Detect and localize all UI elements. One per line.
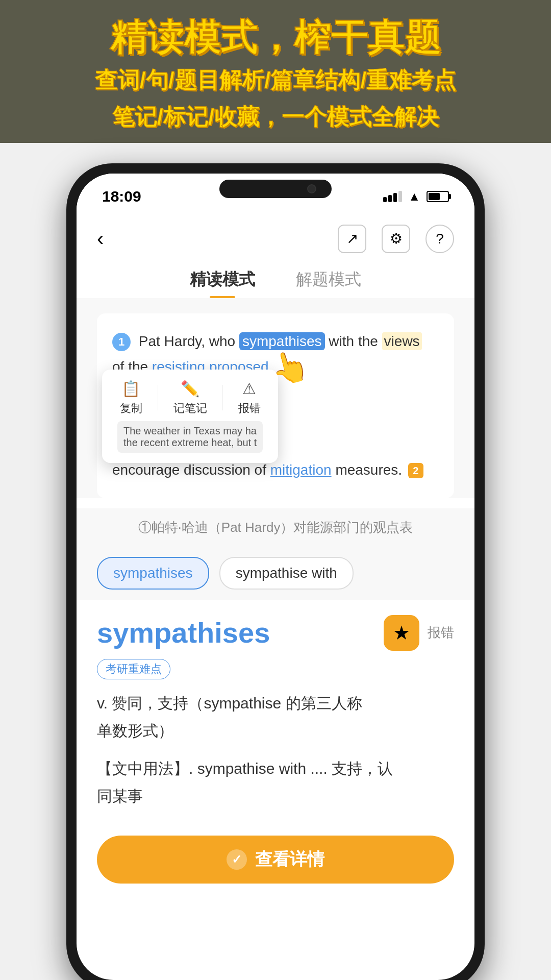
- phone-wrapper: 18:09 ▲: [0, 163, 551, 980]
- dict-definition: v. 赞同，支持（sympathise 的第三人称 单数形式）: [97, 690, 454, 745]
- note-label: 记笔记: [173, 401, 207, 416]
- header-banner: 精读模式，榨干真题 查词/句/题目解析/篇章结构/重难考点 笔记/标记/收藏，一…: [0, 0, 551, 143]
- menu-divider-2: [222, 385, 223, 410]
- menu-divider-1: [158, 385, 158, 410]
- passage-text-with: with the: [329, 333, 382, 349]
- camera-dot: [307, 184, 316, 193]
- context-tip: The weather in Texas may ha the recent e…: [117, 421, 263, 453]
- check-icon: ✓: [227, 849, 247, 870]
- passage-container: 1 Pat Hardy, who sympathises with the vi…: [97, 313, 454, 498]
- highlighted-word-sympathises[interactable]: sympathises: [239, 332, 325, 350]
- dict-usage: 【文中用法】. sympathise with .... 支持，认 同某事: [97, 755, 454, 810]
- status-bar: 18:09 ▲: [77, 174, 474, 214]
- passage-text-before: Pat Hardy, who: [139, 333, 239, 349]
- passage-text-measures: measures.: [335, 462, 402, 478]
- menu-item-note[interactable]: ✏️ 记笔记: [173, 380, 207, 416]
- view-detail-label: 查看详情: [255, 848, 324, 871]
- notch: [219, 180, 332, 198]
- dictionary-area: sympathises ★ 报错 考研重难点 v. 赞同，支持（sympathi…: [77, 600, 474, 810]
- star-icon: ★: [393, 622, 410, 644]
- context-menu: 📋 复制 ✏️ 记笔记 ⚠ 报错: [102, 370, 278, 463]
- passage-text-encourage: encourage discussion of: [112, 462, 270, 478]
- battery-icon: [427, 191, 449, 202]
- gear-icon: ⚙: [390, 230, 403, 247]
- translation-area: ①帕特·哈迪（Pat Hardy）对能源部门的观点表: [77, 508, 474, 547]
- dict-actions: ★ 报错: [384, 615, 454, 651]
- wifi-icon: ▲: [408, 189, 420, 204]
- status-icons: ▲: [383, 189, 449, 204]
- header-title-line1: 精读模式，榨干真题: [10, 15, 541, 59]
- back-button[interactable]: ‹: [97, 227, 104, 250]
- share-button[interactable]: ↗: [338, 225, 366, 253]
- dict-tag: 考研重难点: [97, 659, 170, 679]
- passage-num-1: 1: [112, 333, 131, 351]
- status-time: 18:09: [102, 188, 141, 205]
- phone-screen: 18:09 ▲: [77, 174, 474, 980]
- translation-text: ①帕特·哈迪（Pat Hardy）对能源部门的观点表: [97, 519, 454, 536]
- word-buttons-row: sympathises sympathise with: [77, 547, 474, 600]
- bottom-bar: ✓ 查看详情: [77, 825, 474, 899]
- tab-jingdu[interactable]: 精读模式: [190, 268, 255, 298]
- top-nav: ‹ ↗ ⚙ ?: [77, 214, 474, 263]
- settings-button[interactable]: ⚙: [382, 225, 410, 253]
- star-button[interactable]: ★: [384, 615, 419, 651]
- highlighted-views: views: [382, 332, 422, 350]
- nav-icon-group: ↗ ⚙ ?: [338, 225, 454, 253]
- tabs-bar: 精读模式 解题模式: [77, 263, 474, 298]
- dict-header: sympathises ★ 报错: [97, 615, 454, 651]
- warning-icon: ⚠: [242, 380, 256, 398]
- share-icon: ↗: [346, 230, 358, 247]
- content-area: 1 Pat Hardy, who sympathises with the vi…: [77, 298, 474, 498]
- phone-frame: 18:09 ▲: [66, 163, 485, 980]
- word-btn-sympathises[interactable]: sympathises: [97, 557, 209, 590]
- report-button[interactable]: 报错: [428, 624, 454, 642]
- help-icon: ?: [436, 231, 444, 247]
- report-label-menu: 报错: [238, 401, 261, 416]
- note-icon: ✏️: [181, 380, 199, 398]
- header-title-line3: 笔记/标记/收藏，一个模式全解决: [10, 101, 541, 133]
- menu-item-copy[interactable]: 📋 复制: [120, 380, 142, 416]
- signal-icon: [383, 191, 402, 202]
- word-btn-sympathise-with[interactable]: sympathise with: [219, 557, 354, 590]
- copy-label: 复制: [120, 401, 142, 416]
- tab-jiedu[interactable]: 解题模式: [296, 268, 361, 298]
- help-button[interactable]: ?: [425, 225, 454, 253]
- menu-item-report[interactable]: ⚠ 报错: [238, 380, 261, 416]
- header-title-line2: 查词/句/题目解析/篇章结构/重难考点: [10, 64, 541, 96]
- dict-word: sympathises: [97, 616, 270, 649]
- view-detail-button[interactable]: ✓ 查看详情: [97, 836, 454, 884]
- passage-num-2: 2: [408, 463, 423, 478]
- context-menu-row: 📋 复制 ✏️ 记笔记 ⚠ 报错: [117, 380, 263, 416]
- underline-mitigation[interactable]: mitigation: [270, 462, 332, 478]
- copy-icon: 📋: [121, 380, 140, 398]
